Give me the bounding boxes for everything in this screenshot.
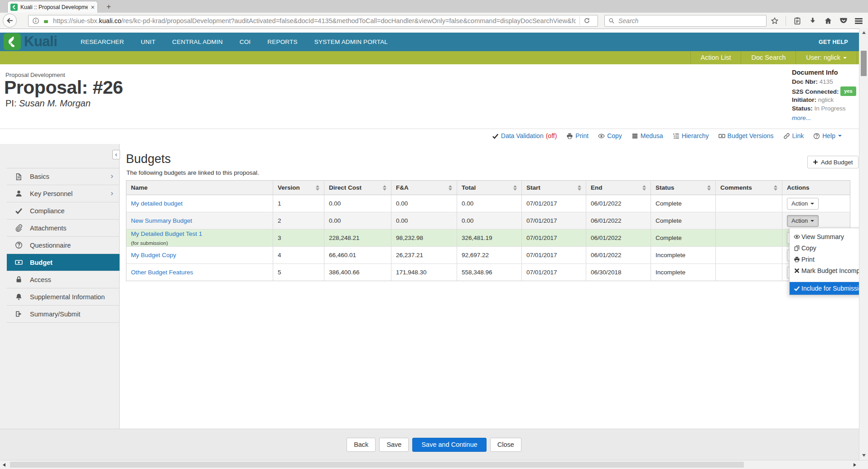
- col-header-total[interactable]: Total: [457, 181, 522, 195]
- copy-button[interactable]: Copy: [598, 132, 622, 139]
- reload-icon[interactable]: [583, 17, 591, 24]
- eye-icon: [794, 234, 800, 240]
- scroll-right-icon[interactable]: [854, 463, 856, 467]
- help-menu-button[interactable]: Help: [813, 132, 842, 139]
- horizontal-scrollbar[interactable]: [0, 460, 868, 469]
- horizontal-scroll-thumb[interactable]: [10, 462, 744, 468]
- menu-item-include-for-submission[interactable]: Include for Submission: [790, 282, 868, 295]
- sort-icon[interactable]: [774, 185, 777, 191]
- add-budget-button[interactable]: Add Budget: [807, 156, 858, 168]
- vertical-scroll-thumb[interactable]: [861, 51, 867, 76]
- downloads-icon[interactable]: [808, 17, 817, 25]
- page-info-icon[interactable]: [32, 17, 39, 24]
- sidebar-item-basics[interactable]: Basics›: [7, 168, 120, 185]
- col-header-direct-cost[interactable]: Direct Cost: [324, 181, 391, 195]
- browser-search-input[interactable]: Search: [604, 15, 767, 27]
- nav-item-researcher[interactable]: RESEARCHER: [81, 38, 124, 45]
- user-menu[interactable]: User: nglick: [796, 51, 857, 64]
- sidebar-item-supplemental-information[interactable]: Supplemental Information: [7, 288, 120, 306]
- browser-back-button[interactable]: [3, 14, 17, 28]
- link-icon: [783, 133, 790, 139]
- action-list-link[interactable]: Action List: [690, 51, 741, 64]
- more-link[interactable]: more...: [792, 115, 811, 121]
- budget-name-link[interactable]: My detailed budget: [131, 200, 183, 207]
- nav-item-reports[interactable]: REPORTS: [267, 38, 297, 45]
- menu-item-view-summary[interactable]: View Summary: [790, 231, 868, 242]
- sort-icon[interactable]: [448, 185, 452, 191]
- kuali-logo[interactable]: Kuali: [4, 33, 57, 50]
- save-button[interactable]: Save: [379, 438, 409, 452]
- sidebar-item-summary-submit[interactable]: Summary/Submit: [7, 306, 120, 323]
- sidebar-item-attachments[interactable]: Attachments: [7, 220, 120, 237]
- sort-icon[interactable]: [642, 185, 646, 191]
- sort-icon[interactable]: [383, 185, 386, 191]
- https-lock-icon[interactable]: [43, 17, 50, 24]
- s2s-row: S2S Connected: yes: [792, 86, 860, 96]
- col-header-name[interactable]: Name: [126, 181, 273, 195]
- table-row: Other Budget Features 5 386,400.66 171,9…: [126, 264, 850, 281]
- table-row-for-submission: My Detailed Budget Test 1 (for submissio…: [126, 230, 850, 247]
- sort-icon[interactable]: [316, 185, 319, 191]
- col-header-status[interactable]: Status: [651, 181, 716, 195]
- sidebar-item-compliance[interactable]: Compliance: [7, 202, 120, 220]
- vertical-scrollbar[interactable]: [859, 28, 868, 460]
- nav-item-system-admin-portal[interactable]: SYSTEM ADMIN PORTAL: [314, 38, 388, 45]
- question-circle-icon: [15, 241, 23, 249]
- pocket-icon[interactable]: [839, 17, 848, 25]
- col-header-version[interactable]: Version: [273, 181, 324, 195]
- sort-icon[interactable]: [513, 185, 517, 191]
- back-button[interactable]: Back: [347, 438, 376, 452]
- document-info-title: Document Info: [792, 69, 860, 76]
- budget-name-link[interactable]: My Detailed Budget Test 1: [131, 230, 202, 237]
- sidebar: ‹ Basics› Key Personnel› Compliance Atta…: [0, 144, 120, 429]
- link-button[interactable]: Link: [783, 132, 804, 139]
- nav-item-central-admin[interactable]: CENTRAL ADMIN: [172, 38, 223, 45]
- action-button-open[interactable]: Action: [787, 215, 819, 227]
- browser-tabstrip: Kuali :: Proposal Developme × +: [0, 0, 868, 13]
- table-row: My detailed budget 1 0.00 0.00 0.00 07/0…: [126, 195, 850, 212]
- medusa-button[interactable]: Medusa: [632, 132, 663, 139]
- scroll-down-icon[interactable]: [862, 454, 866, 457]
- col-header-end[interactable]: End: [586, 181, 651, 195]
- bookmarks-list-icon[interactable]: [793, 17, 801, 25]
- sidebar-item-questionnaire[interactable]: Questionnaire: [7, 237, 120, 254]
- action-button[interactable]: Action: [787, 198, 819, 210]
- sort-icon[interactable]: [578, 185, 581, 191]
- browser-tab[interactable]: Kuali :: Proposal Developme ×: [7, 1, 98, 13]
- col-header-actions: Actions: [782, 181, 850, 195]
- menu-hamburger-icon[interactable]: [854, 17, 863, 25]
- scroll-up-icon[interactable]: [862, 31, 866, 34]
- col-header-start[interactable]: Start: [522, 181, 586, 195]
- budget-name-link[interactable]: My Budget Copy: [131, 252, 176, 258]
- sidebar-item-key-personnel[interactable]: Key Personnel›: [7, 185, 120, 202]
- save-and-continue-button[interactable]: Save and Continue: [412, 438, 486, 452]
- data-validation-button[interactable]: Data Validation(off): [492, 132, 557, 139]
- url-field[interactable]: https://siue-sbx.kuali.co/res/kc-pd-krad…: [28, 15, 598, 27]
- menu-item-print[interactable]: Print: [790, 254, 868, 265]
- new-tab-button[interactable]: +: [101, 2, 116, 13]
- close-button[interactable]: Close: [490, 438, 521, 452]
- budget-name-link[interactable]: Other Budget Features: [131, 269, 193, 276]
- check-icon: [794, 285, 800, 292]
- menu-item-mark-budget-incomplete[interactable]: Mark Budget Incomplete: [790, 265, 868, 276]
- bookmark-star-icon[interactable]: [770, 17, 779, 25]
- col-header-comments[interactable]: Comments: [716, 181, 782, 195]
- sort-icon[interactable]: [707, 185, 711, 191]
- nav-item-coi[interactable]: COI: [240, 38, 251, 45]
- close-tab-icon[interactable]: ×: [91, 3, 95, 11]
- nav-item-unit[interactable]: UNIT: [141, 38, 155, 45]
- budget-versions-button[interactable]: Budget Versions: [719, 132, 774, 139]
- hierarchy-button[interactable]: Hierarchy: [673, 132, 709, 139]
- sidebar-item-access[interactable]: Access: [7, 271, 120, 288]
- menu-item-copy[interactable]: Copy: [790, 242, 868, 254]
- budget-name-link[interactable]: New Summary Budget: [131, 217, 192, 224]
- sidebar-collapse-button[interactable]: ‹: [112, 150, 120, 159]
- sidebar-item-budget[interactable]: Budget: [7, 254, 120, 271]
- print-button[interactable]: Print: [566, 132, 588, 139]
- home-icon[interactable]: [824, 17, 832, 25]
- col-header-fa[interactable]: F&A: [391, 181, 457, 195]
- get-help-link[interactable]: GET HELP: [819, 33, 848, 51]
- doc-search-link[interactable]: Doc Search: [741, 51, 796, 64]
- status-row: Status: In Progress: [792, 105, 860, 113]
- scroll-left-icon[interactable]: [3, 463, 5, 467]
